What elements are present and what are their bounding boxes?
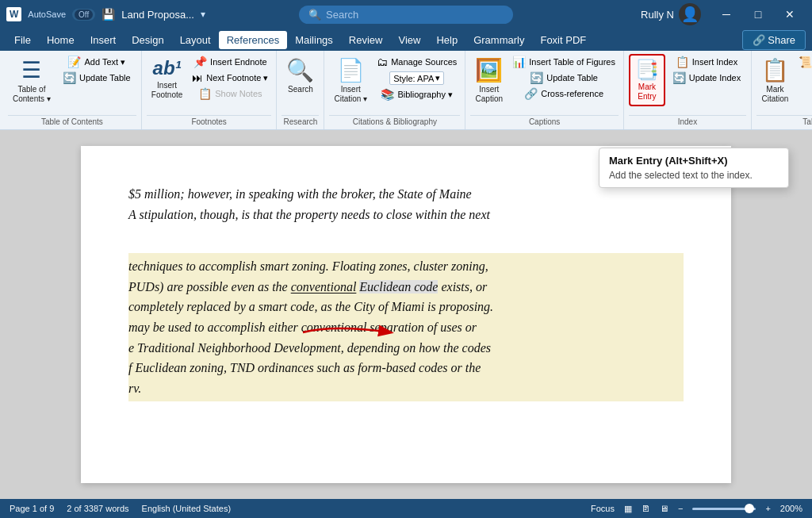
zoom-thumb[interactable] [745, 504, 754, 513]
mark-entry-button[interactable]: 📑 MarkEntry [629, 54, 665, 106]
title-bar-left: W AutoSave Off 💾 Land Proposa... ▾ [6, 7, 299, 21]
word-count: 2 of 3387 words [67, 504, 128, 513]
toc-group-label: Table of Contents [8, 115, 136, 126]
research-group-label: Research [282, 115, 319, 126]
maximize-button[interactable]: □ [742, 0, 774, 29]
insert-toa-button[interactable]: 📜 Insert Table of Authorities [795, 54, 812, 70]
menu-grammarly[interactable]: Grammarly [465, 31, 532, 49]
autosave-toggle[interactable]: Off [72, 9, 95, 21]
filename: Land Proposa... [121, 9, 194, 21]
citations-small-group: 🗂 Manage Sources Style: APA ▾ 📚 Bibliogr… [373, 54, 460, 102]
zoom-level[interactable]: 200% [780, 504, 802, 513]
manage-sources-button[interactable]: 🗂 Manage Sources [373, 54, 460, 70]
table-figures-icon: 📊 [512, 56, 526, 68]
insert-index-button[interactable]: 📋 Insert Index [667, 54, 746, 70]
zoom-slider[interactable] [692, 508, 756, 510]
citations-content: 📄 InsertCitation ▾ 🗂 Manage Sources Styl… [329, 54, 460, 112]
mark-citation-button[interactable]: 📋 MarkCitation [756, 54, 794, 107]
update-index-icon: 🔄 [672, 71, 686, 84]
footnote-icon: ab¹ [153, 57, 182, 79]
save-icon[interactable]: 💾 [102, 8, 115, 21]
zoom-minus[interactable]: − [678, 504, 683, 513]
toggle-state[interactable]: Off [75, 10, 93, 20]
search-input[interactable] [326, 9, 485, 21]
citations-group-label: Citations & Bibliography [329, 115, 460, 126]
toa-group-label: Table of Authorities [756, 115, 812, 126]
captions-group-label: Captions [470, 115, 619, 126]
status-right: Focus ▦ 🖹 🖥 − + 200% [591, 504, 802, 514]
style-dropdown[interactable]: Style: APA ▾ [389, 71, 444, 85]
show-notes-icon: 📋 [198, 87, 212, 100]
next-footnote-icon: ⏭ [192, 71, 203, 84]
ribbon-group-toa: 📋 MarkCitation 📜 Insert Table of Authori… [752, 51, 812, 129]
window-controls[interactable]: ─ □ ✕ [710, 0, 806, 29]
menu-foxit[interactable]: Foxit PDF [532, 31, 594, 49]
zoom-plus[interactable]: + [765, 504, 770, 513]
document-page: $5 million; however, in speaking with th… [81, 146, 731, 483]
update-toa-button[interactable]: 🔄 Update Table [795, 70, 812, 86]
menu-design[interactable]: Design [124, 31, 171, 49]
insert-endnote-button[interactable]: 📌 Insert Endnote [189, 54, 271, 70]
title-search-box[interactable]: 🔍 [299, 6, 513, 24]
close-button[interactable]: ✕ [774, 0, 806, 29]
endnote-icon: 📌 [193, 56, 207, 68]
mark-citation-icon: 📋 [761, 57, 789, 83]
menu-review[interactable]: Review [341, 31, 391, 49]
menu-insert[interactable]: Insert [82, 31, 124, 49]
menu-mailings[interactable]: Mailings [287, 31, 341, 49]
insert-citation-button[interactable]: 📄 InsertCitation ▾ [329, 54, 372, 107]
focus-mode[interactable]: Focus [591, 504, 615, 513]
menu-help[interactable]: Help [428, 31, 465, 49]
insert-table-figures-button[interactable]: 📊 Insert Table of Figures [509, 54, 619, 70]
ribbon: ☰ Table ofContents ▾ 📝 Add Text ▾ 🔄 Upda… [0, 51, 812, 130]
menu-file[interactable]: File [6, 31, 39, 49]
mark-entry-label: MarkEntry [638, 82, 656, 102]
insert-caption-button[interactable]: 🖼️ InsertCaption [470, 54, 508, 107]
minimize-button[interactable]: ─ [710, 0, 742, 29]
update-table-icon: 🔄 [63, 71, 76, 84]
view-icon-1[interactable]: ▦ [624, 504, 632, 514]
share-button[interactable]: 🔗 Share [742, 30, 806, 50]
menu-references[interactable]: References [219, 31, 287, 49]
bibliography-button[interactable]: 📚 Bibliography ▾ [373, 86, 460, 102]
dropdown-chevron-icon[interactable]: ▾ [201, 9, 205, 20]
update-index-label: Update Index [689, 73, 741, 82]
update-table-figures-button[interactable]: 🔄 Update Table [509, 70, 619, 86]
search-button[interactable]: 🔍 Search [282, 54, 319, 98]
footnote-small-group: 📌 Insert Endnote ⏭ Next Footnote ▾ 📋 Sho… [189, 54, 271, 102]
cross-ref-icon: 🔗 [524, 87, 538, 100]
style-label: Style: APA [393, 74, 434, 83]
update-index-button[interactable]: 🔄 Update Index [667, 70, 746, 86]
bibliography-label: Bibliography ▾ [397, 90, 453, 100]
doc-line-5: completely replaced by a smart code, as … [128, 297, 684, 317]
cross-reference-button[interactable]: 🔗 Cross-reference [509, 86, 619, 102]
view-icon-3[interactable]: 🖥 [660, 504, 668, 513]
captions-content: 🖼️ InsertCaption 📊 Insert Table of Figur… [470, 54, 619, 112]
cross-ref-label: Cross-reference [541, 89, 603, 98]
insert-footnote-button[interactable]: ab¹ InsertFootnote [147, 54, 187, 103]
table-of-contents-button[interactable]: ☰ Table ofContents ▾ [8, 54, 56, 107]
style-button[interactable]: Style: APA ▾ [373, 70, 460, 86]
menu-view[interactable]: View [390, 31, 428, 49]
doc-paragraph-1: $5 million; however, in speaking with th… [128, 184, 684, 224]
ribbon-group-research: 🔍 Search Research [277, 51, 324, 129]
page-info: Page 1 of 9 [10, 504, 54, 513]
user-info: Rully N 👤 [641, 3, 701, 25]
insert-index-label: Insert Index [692, 57, 737, 67]
next-footnote-button[interactable]: ⏭ Next Footnote ▾ [189, 70, 271, 86]
language: English (United States) [142, 504, 232, 513]
footnotes-group-label: Footnotes [147, 115, 272, 126]
update-table-button[interactable]: 🔄 Update Table [57, 70, 136, 86]
add-text-button[interactable]: 📝 Add Text ▾ [57, 54, 136, 70]
menu-home[interactable]: Home [39, 31, 82, 49]
next-footnote-label: Next Footnote ▾ [206, 73, 268, 83]
avatar: 👤 [679, 3, 701, 25]
insert-toa-icon: 📜 [799, 56, 812, 68]
index-group-label: Index [629, 115, 746, 126]
caption-label: InsertCaption [476, 85, 503, 104]
menu-layout[interactable]: Layout [172, 31, 219, 49]
show-notes-button[interactable]: 📋 Show Notes [189, 86, 271, 102]
table-figures-label: Insert Table of Figures [529, 57, 615, 67]
view-icon-2[interactable]: 🖹 [642, 504, 650, 513]
captions-small-group: 📊 Insert Table of Figures 🔄 Update Table… [509, 54, 619, 102]
